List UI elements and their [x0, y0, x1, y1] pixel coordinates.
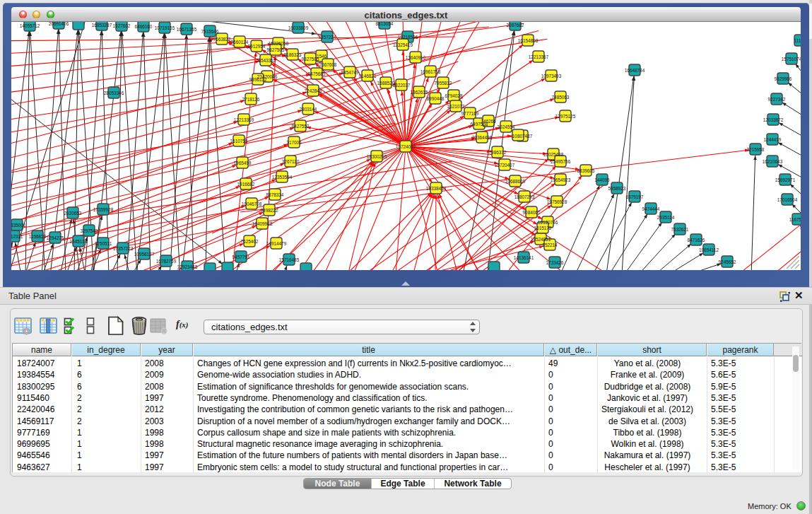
svg-text:16154808: 16154808	[518, 38, 539, 43]
svg-text:2718126: 2718126	[242, 97, 260, 102]
svg-text:9245652: 9245652	[719, 259, 736, 264]
svg-text:8878334: 8878334	[266, 192, 284, 197]
svg-text:14055712: 14055712	[20, 23, 40, 28]
svg-text:1621072: 1621072	[447, 104, 465, 109]
svg-text:16210643: 16210643	[763, 159, 783, 164]
svg-text:1362615: 1362615	[411, 90, 428, 95]
svg-text:1244419: 1244419	[764, 137, 782, 142]
svg-text:1156829: 1156829	[29, 234, 47, 239]
svg-text:6379197: 6379197	[626, 194, 644, 199]
svg-text:9327505: 9327505	[302, 57, 319, 62]
svg-text:16961758: 16961758	[420, 69, 441, 74]
svg-text:12213367: 12213367	[529, 54, 549, 59]
svg-text:2020653: 2020653	[64, 211, 82, 216]
svg-text:12975125: 12975125	[555, 114, 576, 119]
svg-text:9329966: 9329966	[775, 76, 792, 81]
svg-text:14914479: 14914479	[266, 241, 287, 246]
svg-text:1965498: 1965498	[234, 160, 252, 165]
svg-text:1167539: 1167539	[789, 217, 801, 222]
svg-text:7625402: 7625402	[241, 239, 259, 244]
svg-text:1733426: 1733426	[546, 260, 564, 265]
svg-text:16543362: 16543362	[256, 58, 276, 63]
svg-text:10046708: 10046708	[242, 201, 262, 206]
svg-text:19654923: 19654923	[551, 177, 571, 182]
svg-text:18724007: 18724007	[396, 144, 416, 149]
svg-text:15495756: 15495756	[551, 159, 571, 164]
svg-text:9146821: 9146821	[359, 74, 377, 78]
svg-text:7986372: 7986372	[489, 150, 507, 155]
svg-text:2087682: 2087682	[507, 23, 524, 28]
svg-text:10025438: 10025438	[543, 152, 564, 157]
svg-text:7663822: 7663822	[213, 37, 231, 42]
svg-text:7357224: 7357224	[319, 35, 336, 40]
svg-text:17359928: 17359928	[93, 207, 114, 212]
svg-text:6839605: 6839605	[577, 168, 595, 173]
svg-text:9896112: 9896112	[249, 77, 267, 82]
svg-text:7515546: 7515546	[201, 29, 219, 34]
svg-text:11325419: 11325419	[393, 42, 413, 47]
svg-text:16120746: 16120746	[538, 220, 558, 225]
svg-text:2935114: 2935114	[657, 215, 675, 220]
svg-text:19218506: 19218506	[398, 35, 418, 40]
svg-text:10807487: 10807487	[512, 134, 533, 139]
svg-text:1916682: 1916682	[237, 182, 255, 187]
svg-text:746266: 746266	[481, 119, 496, 124]
svg-text:14136141: 14136141	[514, 255, 534, 260]
svg-text:8990448: 8990448	[427, 96, 445, 101]
svg-text:9084067: 9084067	[523, 210, 541, 215]
svg-text:1345134: 1345134	[70, 239, 88, 244]
svg-text:19338454: 19338454	[426, 186, 447, 191]
svg-text:10719155: 10719155	[155, 25, 175, 30]
svg-text:3297548: 3297548	[81, 228, 98, 233]
svg-text:3215958: 3215958	[747, 147, 765, 152]
svg-text:16033809: 16033809	[288, 25, 309, 30]
svg-text:20691406: 20691406	[49, 22, 69, 26]
svg-text:19756928: 19756928	[547, 199, 567, 204]
svg-text:8475685: 8475685	[308, 71, 326, 76]
svg-text:8912954: 8912954	[248, 44, 266, 49]
svg-text:5958923: 5958923	[608, 186, 626, 191]
svg-text:1527602: 1527602	[113, 23, 131, 28]
svg-text:8186323: 8186323	[284, 52, 302, 57]
svg-text:252214: 252214	[542, 243, 558, 247]
svg-text:17016504: 17016504	[777, 197, 798, 202]
svg-text:15720407: 15720407	[495, 163, 515, 168]
svg-text:9457791: 9457791	[233, 255, 250, 259]
svg-text:16671355: 16671355	[177, 27, 197, 32]
svg-text:6466160: 6466160	[135, 24, 153, 29]
svg-text:317006: 317006	[286, 140, 302, 145]
svg-text:7485063: 7485063	[552, 95, 570, 100]
svg-text:10973493: 10973493	[541, 74, 562, 78]
svg-text:9498222: 9498222	[261, 208, 278, 213]
svg-text:8322037: 8322037	[393, 83, 411, 88]
svg-text:8813054: 8813054	[376, 22, 394, 26]
svg-text:10958127: 10958127	[134, 252, 155, 257]
svg-text:7242848: 7242848	[305, 88, 322, 93]
svg-text:15226058: 15226058	[269, 41, 289, 46]
svg-text:28053346: 28053346	[104, 90, 124, 95]
svg-text:16409948: 16409948	[252, 221, 273, 226]
svg-text:19524851: 19524851	[531, 237, 551, 242]
svg-text:1294275: 1294275	[47, 235, 64, 240]
svg-text:1615172: 1615172	[534, 226, 552, 230]
svg-text:8427552: 8427552	[292, 124, 310, 129]
svg-text:1610755: 1610755	[230, 139, 248, 144]
svg-text:7955812: 7955812	[435, 81, 452, 86]
svg-text:2367608: 2367608	[319, 62, 337, 67]
svg-text:15716485: 15716485	[279, 257, 300, 262]
svg-text:6794028: 6794028	[445, 93, 463, 98]
svg-text:16782759: 16782759	[156, 259, 177, 264]
svg-text:9777169: 9777169	[461, 111, 479, 116]
svg-text:3267110: 3267110	[282, 159, 300, 164]
svg-text:8471626: 8471626	[688, 238, 705, 243]
svg-text:12923448: 12923448	[177, 264, 198, 269]
svg-text:8454749: 8454749	[341, 70, 359, 75]
svg-text:3912311: 3912311	[11, 234, 23, 239]
svg-text:12353594: 12353594	[272, 175, 293, 180]
svg-text:15692971: 15692971	[775, 177, 796, 182]
svg-text:10688609: 10688609	[505, 179, 526, 184]
svg-text:18807293: 18807293	[514, 194, 535, 199]
svg-text:13640910: 13640910	[406, 55, 426, 60]
svg-text:16853287: 16853287	[92, 23, 112, 28]
svg-text:10654112: 10654112	[699, 247, 719, 252]
